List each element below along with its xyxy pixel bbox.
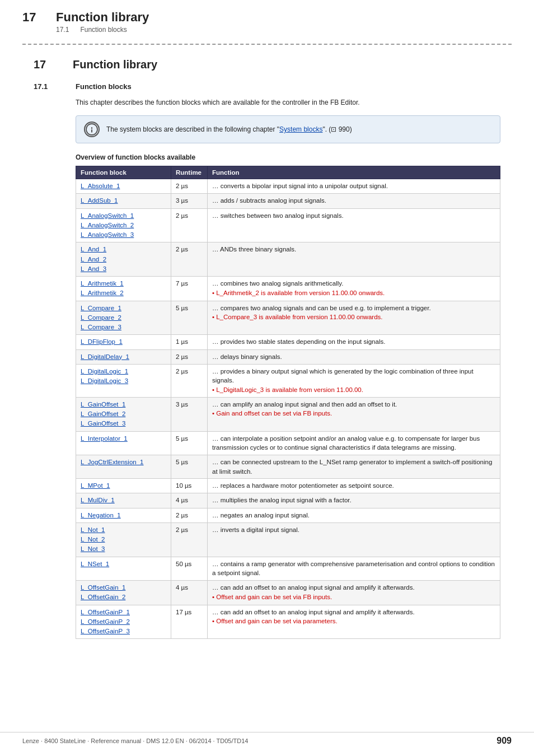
function-block-link[interactable]: L_OffsetGainP_3 xyxy=(81,627,166,636)
function-desc-text: … converts a bipolar input signal into a… xyxy=(212,183,388,189)
function-block-link[interactable]: L_Compare_2 xyxy=(81,313,166,323)
table-row: L_MulDiv_14 µs… multiplies the analog in… xyxy=(76,493,500,508)
function-desc-cell: … provides two stable states depending o… xyxy=(208,335,500,349)
header-right: Function library 17.1 Function blocks xyxy=(56,10,149,34)
function-block-link[interactable]: L_Absolute_1 xyxy=(81,181,166,191)
function-desc-text: … switches between two analog input sign… xyxy=(212,212,344,219)
runtime-cell: 2 µs xyxy=(171,349,208,364)
function-block-link[interactable]: L_Interpolator_1 xyxy=(81,434,166,444)
function-block-cell: L_OffsetGainP_1L_OffsetGainP_2L_OffsetGa… xyxy=(76,605,171,639)
function-block-link[interactable]: L_NSet_1 xyxy=(81,559,166,569)
function-block-link[interactable]: L_AddSub_1 xyxy=(81,196,166,206)
function-desc-extra: • L_Compare_3 is available from version … xyxy=(212,314,382,320)
function-block-cell: L_AddSub_1 xyxy=(76,194,171,208)
runtime-cell: 2 µs xyxy=(171,242,208,277)
function-block-link[interactable]: L_OffsetGain_1 xyxy=(81,583,166,592)
function-desc-extra: • L_DigitalLogic_3 is available from ver… xyxy=(212,386,363,393)
runtime-cell: 2 µs xyxy=(171,179,208,194)
function-desc-cell: … combines two analog signals arithmetic… xyxy=(208,277,500,301)
subsection-title: Function blocks xyxy=(76,82,132,91)
info-icon xyxy=(84,122,100,137)
function-desc-cell: … converts a bipolar input signal into a… xyxy=(208,179,500,194)
function-desc-cell: … can interpolate a position setpoint an… xyxy=(208,431,500,455)
function-desc-text: … adds / subtracts analog input signals. xyxy=(212,197,326,204)
function-desc-text: … can add an offset to an analog input s… xyxy=(212,584,415,591)
function-block-link[interactable]: L_AnalogSwitch_3 xyxy=(81,230,166,240)
function-block-link[interactable]: L_DigitalDelay_1 xyxy=(81,352,166,362)
function-desc-text: … combines two analog signals arithmetic… xyxy=(212,280,343,287)
header-chapter-num: 17 xyxy=(22,10,56,25)
runtime-cell: 17 µs xyxy=(171,605,208,639)
function-block-cell: L_MPot_1 xyxy=(76,479,171,493)
table-row: L_AddSub_13 µs… adds / subtracts analog … xyxy=(76,194,500,208)
function-desc-text: … multiplies the analog input signal wit… xyxy=(212,497,352,503)
function-block-link[interactable]: L_Compare_3 xyxy=(81,323,166,332)
function-desc-cell: … delays binary signals. xyxy=(208,349,500,364)
info-link[interactable]: System blocks xyxy=(279,125,322,133)
function-block-link[interactable]: L_Not_2 xyxy=(81,535,166,544)
runtime-cell: 3 µs xyxy=(171,397,208,431)
subsection-num: 17.1 xyxy=(34,82,64,91)
table-row: L_Interpolator_15 µs… can interpolate a … xyxy=(76,431,500,455)
function-desc-cell: … replaces a hardware motor potentiomete… xyxy=(208,479,500,493)
main-content: 17 Function library 17.1 Function blocks… xyxy=(0,45,534,661)
function-desc-text: … provides two stable states depending o… xyxy=(212,338,385,345)
function-block-cell: L_Negation_1 xyxy=(76,508,171,522)
function-block-link[interactable]: L_OffsetGainP_2 xyxy=(81,617,166,627)
function-block-link[interactable]: L_Compare_1 xyxy=(81,304,166,313)
function-block-link[interactable]: L_Not_3 xyxy=(81,544,166,554)
function-desc-cell: … switches between two analog input sign… xyxy=(208,208,500,242)
function-desc-text: … negates an analog input signal. xyxy=(212,512,310,519)
function-block-link[interactable]: L_AnalogSwitch_2 xyxy=(81,221,166,230)
function-desc-text: … compares two analog signals and can be… xyxy=(212,305,431,311)
function-desc-extra: • Offset and gain can be set via FB inpu… xyxy=(212,594,332,600)
function-desc-cell: … multiplies the analog input signal wit… xyxy=(208,493,500,508)
function-block-cell: L_NSet_1 xyxy=(76,557,171,580)
function-block-link[interactable]: L_DigitalLogic_3 xyxy=(81,376,166,386)
function-desc-cell: … can add an offset to an analog input s… xyxy=(208,605,500,639)
function-desc-text: … replaces a hardware motor potentiomete… xyxy=(212,482,394,489)
runtime-cell: 5 µs xyxy=(171,301,208,335)
table-row: L_MPot_110 µs… replaces a hardware motor… xyxy=(76,479,500,493)
function-block-link[interactable]: L_MPot_1 xyxy=(81,481,166,491)
table-row: L_OffsetGain_1L_OffsetGain_24 µs… can ad… xyxy=(76,581,500,605)
function-block-link[interactable]: L_DigitalLogic_1 xyxy=(81,367,166,376)
runtime-cell: 4 µs xyxy=(171,493,208,508)
function-block-link[interactable]: L_OffsetGain_2 xyxy=(81,592,166,602)
header-subsection: 17.1 Function blocks xyxy=(56,26,149,34)
function-block-link[interactable]: L_Arithmetik_1 xyxy=(81,279,166,288)
function-block-cell: L_DigitalDelay_1 xyxy=(76,349,171,364)
function-block-link[interactable]: L_GainOffset_3 xyxy=(81,419,166,428)
function-desc-text: … ANDs three binary signals. xyxy=(212,246,296,253)
header-chapter-title: Function library xyxy=(56,10,149,25)
function-block-link[interactable]: L_OffsetGainP_1 xyxy=(81,608,166,617)
function-block-link[interactable]: L_MulDiv_1 xyxy=(81,496,166,505)
table-row: L_NSet_150 µs… contains a ramp generator… xyxy=(76,557,500,580)
function-block-link[interactable]: L_GainOffset_1 xyxy=(81,400,166,409)
function-block-link[interactable]: L_JogCtrlExtension_1 xyxy=(81,458,166,467)
function-block-cell: L_Not_1L_Not_2L_Not_3 xyxy=(76,522,171,557)
function-block-link[interactable]: L_And_1 xyxy=(81,245,166,254)
function-block-link[interactable]: L_Negation_1 xyxy=(81,511,166,520)
runtime-cell: 2 µs xyxy=(171,522,208,557)
function-block-link[interactable]: L_And_2 xyxy=(81,255,166,264)
function-blocks-table: Function block Runtime Function L_Absolu… xyxy=(76,166,500,639)
function-block-link[interactable]: L_AnalogSwitch_1 xyxy=(81,211,166,221)
function-block-link[interactable]: L_DFlipFlop_1 xyxy=(81,337,166,347)
function-desc-extra: • Gain and offset can be set via FB inpu… xyxy=(212,410,332,417)
function-desc-cell: … contains a ramp generator with compreh… xyxy=(208,557,500,580)
col-header-function-block: Function block xyxy=(76,166,171,179)
function-desc-cell: … compares two analog signals and can be… xyxy=(208,301,500,335)
function-block-cell: L_JogCtrlExtension_1 xyxy=(76,455,171,478)
intro-text: This chapter describes the function bloc… xyxy=(76,97,500,108)
runtime-cell: 2 µs xyxy=(171,208,208,242)
function-block-link[interactable]: L_GainOffset_2 xyxy=(81,409,166,419)
function-block-link[interactable]: L_Arithmetik_2 xyxy=(81,288,166,298)
function-block-link[interactable]: L_And_3 xyxy=(81,264,166,274)
function-desc-cell: … provides a binary output signal which … xyxy=(208,364,500,397)
function-desc-text: … can interpolate a position setpoint an… xyxy=(212,435,480,451)
col-header-runtime: Runtime xyxy=(171,166,208,179)
function-desc-cell: … can add an offset to an analog input s… xyxy=(208,581,500,605)
section-heading: 17 Function library xyxy=(34,58,500,71)
function-block-link[interactable]: L_Not_1 xyxy=(81,525,166,535)
